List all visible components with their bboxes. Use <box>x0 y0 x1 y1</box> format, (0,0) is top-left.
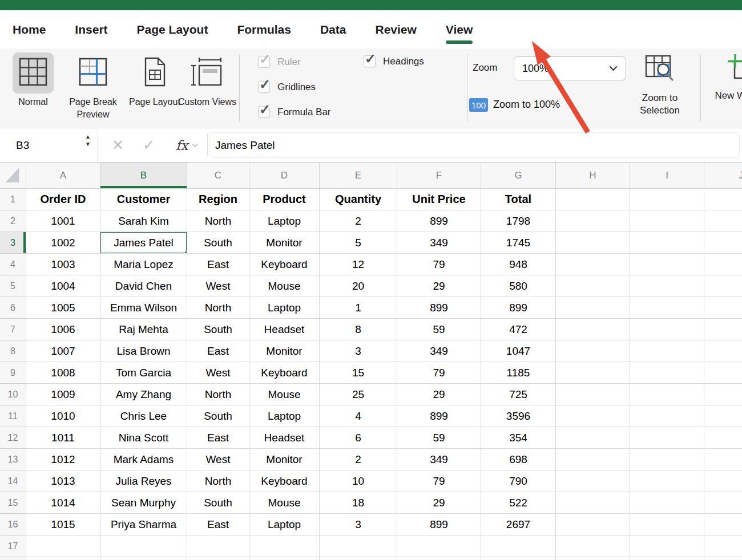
cell-C10[interactable]: North <box>187 384 249 405</box>
cell-A18[interactable] <box>26 557 100 560</box>
cell-G12[interactable]: 354 <box>481 427 556 449</box>
cell-C1[interactable]: Region <box>187 189 249 210</box>
column-header-F[interactable]: F <box>397 163 481 189</box>
cell-I2[interactable] <box>630 210 704 232</box>
insert-function-icon[interactable]: fx <box>176 128 199 162</box>
cell-C4[interactable]: East <box>187 254 249 275</box>
cell-G10[interactable]: 725 <box>481 384 556 405</box>
cell-C16[interactable]: East <box>187 514 249 535</box>
cell-I15[interactable] <box>630 492 704 514</box>
cell-H3[interactable] <box>556 232 630 254</box>
cell-B13[interactable]: Mark Adams <box>100 449 187 470</box>
cell-J8[interactable] <box>704 340 742 362</box>
fill-handle[interactable] <box>184 251 187 254</box>
cell-D6[interactable]: Laptop <box>249 297 320 319</box>
cell-H17[interactable] <box>556 535 630 557</box>
cell-E8[interactable]: 3 <box>320 340 397 362</box>
cell-J16[interactable] <box>704 514 742 535</box>
cell-G4[interactable]: 948 <box>481 254 556 275</box>
cell-H4[interactable] <box>556 254 630 275</box>
tab-formulas[interactable]: Formulas <box>237 23 291 36</box>
cell-C13[interactable]: West <box>187 449 249 470</box>
cell-I5[interactable] <box>630 275 704 297</box>
cell-J9[interactable] <box>704 362 742 384</box>
cell-G18[interactable] <box>481 557 556 560</box>
cell-A14[interactable]: 1013 <box>26 470 100 492</box>
cell-H11[interactable] <box>556 405 630 427</box>
cell-H15[interactable] <box>556 492 630 514</box>
tab-review[interactable]: Review <box>375 23 416 36</box>
row-header-8[interactable]: 8 <box>0 340 26 362</box>
headings-checkbox-box[interactable]: ✓ <box>364 55 376 67</box>
cell-D18[interactable] <box>249 557 320 560</box>
zoom-dropdown[interactable]: 100% <box>514 56 626 80</box>
cell-E15[interactable]: 18 <box>320 492 397 514</box>
cell-J5[interactable] <box>704 275 742 297</box>
cell-F15[interactable]: 29 <box>397 492 481 514</box>
cell-G9[interactable]: 1185 <box>481 362 556 384</box>
cell-I4[interactable] <box>630 254 704 275</box>
row-header-15[interactable]: 15 <box>0 492 26 514</box>
row-header-9[interactable]: 9 <box>0 362 26 384</box>
column-header-D[interactable]: D <box>249 163 320 189</box>
cell-H16[interactable] <box>556 514 630 535</box>
cell-I6[interactable] <box>630 297 704 319</box>
cell-F10[interactable]: 29 <box>397 384 481 405</box>
cell-F3[interactable]: 349 <box>397 232 481 254</box>
cell-A8[interactable]: 1007 <box>26 340 100 362</box>
column-header-A[interactable]: A <box>26 163 100 189</box>
row-header-10[interactable]: 10 <box>0 384 26 405</box>
cell-F16[interactable]: 899 <box>397 514 481 535</box>
cell-E1[interactable]: Quantity <box>320 189 397 210</box>
row-header-13[interactable]: 13 <box>0 449 26 470</box>
cell-H7[interactable] <box>556 319 630 340</box>
cell-A16[interactable]: 1015 <box>26 514 100 535</box>
cell-C18[interactable] <box>187 557 249 560</box>
cell-B14[interactable]: Julia Reyes <box>100 470 187 492</box>
name-box-spinner[interactable]: ▲▼ <box>85 134 91 147</box>
column-header-B[interactable]: B <box>100 163 187 189</box>
cell-A4[interactable]: 1003 <box>26 254 100 275</box>
cell-A17[interactable] <box>26 535 100 557</box>
formula-bar-checkbox-box[interactable]: ✓ <box>258 106 270 118</box>
cell-A9[interactable]: 1008 <box>26 362 100 384</box>
cell-J7[interactable] <box>704 319 742 340</box>
cell-B7[interactable]: Raj Mehta <box>100 319 187 340</box>
cell-E3[interactable]: 5 <box>320 232 397 254</box>
column-header-E[interactable]: E <box>320 163 397 189</box>
zoom-to-100-button[interactable]: Zoom to 100% <box>493 99 560 111</box>
cell-C17[interactable] <box>187 535 249 557</box>
page-layout-view-button[interactable]: Page Layout <box>129 52 180 108</box>
cell-B8[interactable]: Lisa Brown <box>100 340 187 362</box>
row-header-6[interactable]: 6 <box>0 297 26 319</box>
cell-I8[interactable] <box>630 340 704 362</box>
cell-C12[interactable]: East <box>187 427 249 449</box>
cell-I7[interactable] <box>630 319 704 340</box>
column-header-H[interactable]: H <box>556 163 630 189</box>
cell-D8[interactable]: Monitor <box>249 340 320 362</box>
cell-J17[interactable] <box>704 535 742 557</box>
cell-E14[interactable]: 10 <box>320 470 397 492</box>
cell-J10[interactable] <box>704 384 742 405</box>
cell-A7[interactable]: 1006 <box>26 319 100 340</box>
cell-A15[interactable]: 1014 <box>26 492 100 514</box>
cell-B3[interactable]: James Patel <box>100 232 187 254</box>
row-header-18[interactable]: 18 <box>0 557 26 560</box>
column-header-G[interactable]: G <box>481 163 556 189</box>
cancel-icon[interactable]: ✕ <box>112 128 124 162</box>
cell-F18[interactable] <box>397 557 481 560</box>
cell-B17[interactable] <box>100 535 187 557</box>
cell-C5[interactable]: West <box>187 275 249 297</box>
cell-A3[interactable]: 1002 <box>26 232 100 254</box>
row-header-5[interactable]: 5 <box>0 275 26 297</box>
cell-I1[interactable] <box>630 189 704 210</box>
cell-E2[interactable]: 2 <box>320 210 397 232</box>
cell-F14[interactable]: 79 <box>397 470 481 492</box>
row-header-17[interactable]: 17 <box>0 535 26 557</box>
row-header-1[interactable]: 1 <box>0 189 26 210</box>
cell-C7[interactable]: South <box>187 319 249 340</box>
cell-D9[interactable]: Keyboard <box>249 362 320 384</box>
cell-H13[interactable] <box>556 449 630 470</box>
cell-D2[interactable]: Laptop <box>249 210 320 232</box>
cell-F11[interactable]: 899 <box>397 405 481 427</box>
